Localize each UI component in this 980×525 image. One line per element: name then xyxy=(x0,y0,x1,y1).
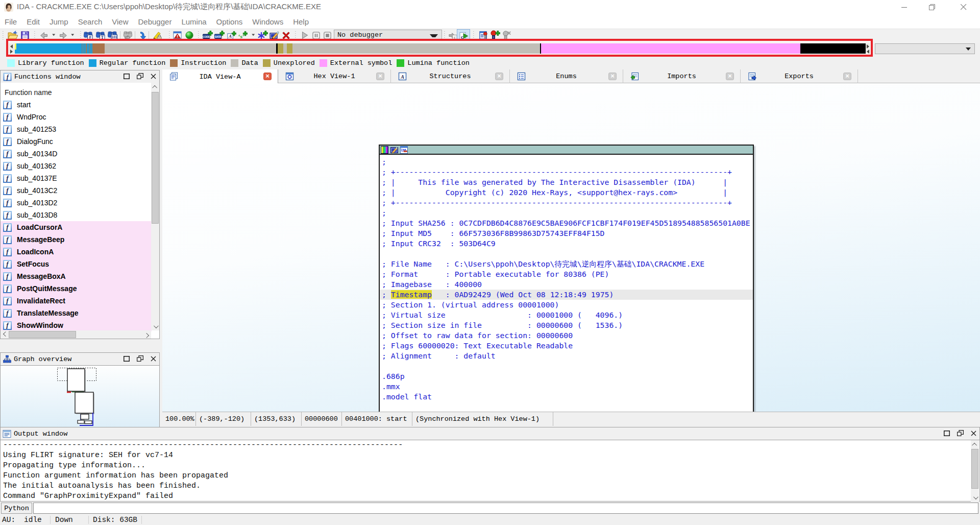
panel-maximize-button[interactable] xyxy=(124,354,130,364)
disasm-line[interactable]: ; Timestamp : 0AD92429 (Wed Oct 08 12:18… xyxy=(380,290,753,300)
tab-exports[interactable]: Exports × xyxy=(741,69,858,83)
function-row[interactable]: fShowWindow xyxy=(1,319,152,331)
disasm-line[interactable]: ; Section size in file : 00000600 ( 1536… xyxy=(380,320,753,330)
function-row[interactable]: fPostQuitMessage xyxy=(1,282,152,295)
scrollbar-thumb[interactable] xyxy=(9,331,76,338)
scroll-up-arrow[interactable] xyxy=(151,83,159,91)
node-graph-settings-icon[interactable] xyxy=(400,146,408,154)
disasm-line[interactable]: ; | This file was generated by The Inter… xyxy=(380,177,753,187)
function-row[interactable]: fsub_4013D2 xyxy=(1,197,152,209)
navband-arrows[interactable] xyxy=(866,43,870,54)
disasm-line[interactable]: ; Flags 60000020: Text Executable Readab… xyxy=(380,341,753,351)
minimize-button[interactable] xyxy=(892,0,916,14)
function-name-column-header[interactable]: Function name xyxy=(5,88,52,97)
menu-windows[interactable]: Windows xyxy=(248,17,288,26)
function-row[interactable]: fTranslateMessage xyxy=(1,307,152,319)
disasm-line[interactable]: .model flat xyxy=(380,392,753,402)
graph-overview-titlebar[interactable]: Graph overview xyxy=(0,352,160,366)
node-edit-icon[interactable] xyxy=(390,146,398,154)
function-row[interactable]: fsub_40137E xyxy=(1,172,152,184)
function-row[interactable]: fMessageBoxA xyxy=(1,270,152,282)
scrollbar-thumb[interactable] xyxy=(152,92,159,224)
debugger-selector[interactable]: No debugger xyxy=(334,30,442,40)
vertical-scrollbar[interactable] xyxy=(151,83,159,330)
horizontal-scrollbar[interactable] xyxy=(1,330,151,339)
panel-maximize-button[interactable] xyxy=(944,429,950,438)
graph-overview-minimap[interactable] xyxy=(0,366,160,428)
function-row[interactable]: fsub_401362 xyxy=(1,160,152,172)
output-log[interactable]: ----------------------------------------… xyxy=(0,440,980,502)
menu-file[interactable]: File xyxy=(0,17,21,26)
disasm-line[interactable]: ; File Name : C:\Users\ppoh\Desktop\待完城\… xyxy=(380,259,753,269)
panel-float-button[interactable] xyxy=(957,429,964,438)
function-row[interactable]: fsub_4013D8 xyxy=(1,209,152,221)
function-row[interactable]: fInvalidateRect xyxy=(1,295,152,307)
tab-imports[interactable]: Imports × xyxy=(623,69,741,83)
disasm-line[interactable]: ; Virtual size : 00001000 ( 4096.) xyxy=(380,310,753,320)
navband-arrows[interactable] xyxy=(9,43,14,54)
panel-close-button[interactable] xyxy=(151,354,156,364)
menu-view[interactable]: View xyxy=(107,17,133,26)
tab-close-button[interactable]: × xyxy=(608,73,617,80)
scroll-down-arrow[interactable] xyxy=(151,322,159,330)
function-row[interactable]: fWndProc xyxy=(1,111,152,123)
graph-node-titlebar[interactable] xyxy=(380,146,753,155)
scrollbar-thumb[interactable] xyxy=(971,449,978,489)
node-color-palette-icon[interactable] xyxy=(381,146,388,154)
disasm-line[interactable] xyxy=(380,249,753,259)
restore-button[interactable] xyxy=(920,0,944,14)
panel-float-button[interactable] xyxy=(137,72,143,81)
menu-help[interactable]: Help xyxy=(288,17,313,26)
menu-jump[interactable]: Jump xyxy=(45,17,73,26)
close-button[interactable] xyxy=(952,0,975,14)
disasm-line[interactable]: ; Input MD5 : 66F573036F8B99863D75743EFF… xyxy=(380,228,753,238)
panel-close-button[interactable] xyxy=(151,72,156,81)
tab-ida-view-a[interactable]: IDA View-A × xyxy=(162,69,278,84)
functions-list[interactable]: Function name fstartfWndProcfsub_401253f… xyxy=(0,83,160,339)
tab-close-button[interactable]: × xyxy=(376,73,384,80)
disasm-line[interactable]: ; Imagebase : 400000 xyxy=(380,279,753,290)
scroll-up-arrow[interactable] xyxy=(971,440,979,448)
tab-close-button[interactable]: × xyxy=(263,73,272,80)
function-row[interactable]: fLoadCursorA xyxy=(1,221,152,233)
disasm-line[interactable]: ; xyxy=(380,157,753,167)
tab-close-button[interactable]: × xyxy=(495,73,503,80)
panel-close-button[interactable] xyxy=(971,429,976,438)
disasm-line[interactable]: ; | Copyright (c) 2020 Hex-Rays, <suppor… xyxy=(380,187,753,198)
function-row[interactable]: fLoadIconA xyxy=(1,246,152,258)
scroll-left-arrow[interactable] xyxy=(1,330,9,339)
python-input-field[interactable] xyxy=(33,503,978,514)
tab-hex-view-1[interactable]: Hex View-1 × xyxy=(278,69,391,83)
output-window-titlebar[interactable]: Output window xyxy=(0,427,980,440)
disassembly-text[interactable]: ;; +------------------------------------… xyxy=(380,156,753,412)
function-row[interactable]: fsub_401253 xyxy=(1,123,152,135)
function-row[interactable]: fDialogFunc xyxy=(1,135,152,148)
disasm-line[interactable]: ; xyxy=(380,208,753,218)
function-row[interactable]: fsub_40134D xyxy=(1,148,152,160)
menu-search[interactable]: Search xyxy=(74,17,107,26)
disasm-line[interactable]: ; +-------------------------------------… xyxy=(380,167,753,177)
disasm-line[interactable]: ; Format : Portable executable for 80386… xyxy=(380,269,753,279)
disasm-line[interactable]: ; Alignment : default xyxy=(380,351,753,361)
tab-close-button[interactable]: × xyxy=(843,73,851,80)
functions-window-titlebar[interactable]: f Functions window xyxy=(0,70,160,83)
function-row[interactable]: fMessageBeep xyxy=(1,233,152,246)
panel-maximize-button[interactable] xyxy=(124,72,130,81)
menu-edit[interactable]: Edit xyxy=(22,17,44,26)
disasm-line[interactable]: ; Section 1. (virtual address 00001000) xyxy=(380,300,753,310)
disasm-line[interactable] xyxy=(380,361,753,371)
tab-structures[interactable]: A Structures × xyxy=(391,69,510,83)
tab-enums[interactable]: Enums × xyxy=(510,69,623,83)
navband-combo[interactable] xyxy=(875,43,975,54)
navigation-band[interactable] xyxy=(9,43,870,54)
menu-debugger[interactable]: Debugger xyxy=(134,17,177,26)
disasm-line[interactable]: ; Input CRC32 : 503D64C9 xyxy=(380,238,753,249)
panel-float-button[interactable] xyxy=(137,354,143,364)
function-row[interactable]: fstart xyxy=(1,99,152,111)
python-selector-button[interactable]: Python xyxy=(1,503,32,514)
graph-node[interactable]: ;; +------------------------------------… xyxy=(379,145,754,412)
menu-lumina[interactable]: Lumina xyxy=(177,17,211,26)
vertical-scrollbar[interactable] xyxy=(971,440,979,502)
disasm-line[interactable]: ; Offset to raw data for section: 000006… xyxy=(380,330,753,341)
function-row[interactable]: fSetFocus xyxy=(1,258,152,270)
